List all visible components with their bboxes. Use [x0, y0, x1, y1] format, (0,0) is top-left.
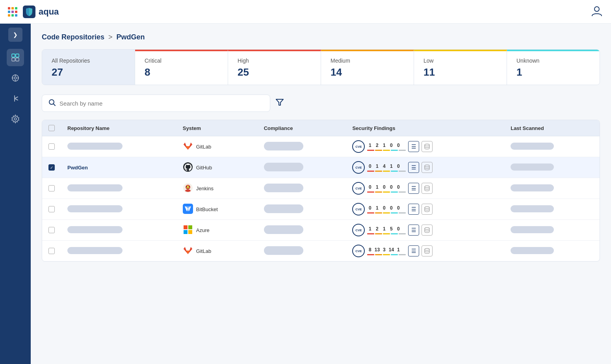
- stat-card-low-label: Low: [423, 58, 497, 64]
- row5-checkbox[interactable]: [48, 227, 55, 233]
- row2-system-cell: GitHub: [176, 157, 258, 178]
- row4-unknown-count: 0: [396, 205, 401, 211]
- svg-rect-3: [16, 54, 19, 57]
- user-avatar[interactable]: [591, 5, 603, 19]
- top-nav: aqua: [0, 0, 611, 24]
- row6-checkbox[interactable]: [48, 248, 55, 254]
- sidebar-item-policy[interactable]: [7, 90, 24, 107]
- stat-card-unknown-label: Unknown: [516, 58, 590, 64]
- svg-point-27: [425, 207, 429, 209]
- row2-high-count: 1: [374, 163, 380, 169]
- row2-system: GitHub: [183, 162, 251, 173]
- row3-bar-critical: [367, 191, 374, 193]
- row3-last-scanned-cell: [504, 178, 600, 199]
- row4-repo-name-placeholder: [67, 205, 123, 212]
- svg-rect-29: [188, 225, 192, 229]
- row3-db-icon[interactable]: [422, 183, 433, 194]
- stat-card-low[interactable]: Low 11: [414, 50, 507, 85]
- row2-repo-name-link[interactable]: PwdGen: [67, 165, 88, 171]
- row1-checkbox[interactable]: [48, 143, 55, 150]
- row6-low-count: 14: [388, 247, 394, 253]
- stat-card-all[interactable]: All Repositories 27: [42, 50, 135, 85]
- row2-security-findings: CVE 0 1 4 1 0: [352, 161, 498, 174]
- github-icon: [183, 162, 193, 173]
- repositories-table: Repository Name System Compliance Securi…: [42, 120, 600, 261]
- svg-point-7: [14, 77, 17, 79]
- row4-list-icon[interactable]: ☰: [408, 204, 419, 215]
- row1-list-icon[interactable]: ☰: [408, 141, 419, 152]
- row2-security-cell: CVE 0 1 4 1 0: [346, 157, 504, 178]
- bitbucket-icon: [183, 204, 193, 215]
- row4-compliance-pill: [264, 204, 303, 213]
- svg-rect-30: [184, 230, 188, 234]
- row3-compliance-pill: [264, 184, 303, 192]
- col-compliance: Compliance: [258, 120, 346, 136]
- filter-button[interactable]: [275, 97, 284, 109]
- row2-last-scanned-cell: [504, 157, 600, 178]
- row1-critical-count: 1: [367, 143, 373, 148]
- row4-db-icon[interactable]: [422, 204, 433, 215]
- row5-db-icon[interactable]: [422, 225, 433, 236]
- row4-bar-unknown: [399, 212, 406, 214]
- row1-system-cell: GitLab: [176, 136, 258, 157]
- row2-compliance-cell: [258, 157, 346, 178]
- row4-bar-medium: [383, 212, 390, 214]
- row4-last-scan-placeholder: [511, 205, 554, 212]
- row4-bar-high: [375, 212, 382, 214]
- row2-low-count: 1: [388, 163, 394, 169]
- row3-system-cell: Jenkins: [176, 178, 258, 199]
- row6-medium-count: 3: [381, 247, 387, 253]
- search-icon: [48, 99, 56, 108]
- row4-checkbox[interactable]: [48, 206, 55, 212]
- sidebar-item-settings[interactable]: [7, 110, 24, 128]
- svg-line-14: [54, 104, 55, 106]
- row1-repo-name-placeholder: [67, 143, 123, 150]
- row3-bar-high: [375, 191, 382, 193]
- grid-menu-icon[interactable]: [8, 7, 17, 17]
- sidebar-item-repos[interactable]: [7, 49, 24, 66]
- row1-last-scanned-cell: [504, 136, 600, 157]
- row1-bar-high: [375, 150, 382, 151]
- row6-list-icon[interactable]: ☰: [408, 245, 419, 256]
- row3-bar-low: [391, 191, 398, 193]
- table-row: GitLab CVE 1: [42, 136, 600, 157]
- stat-card-high[interactable]: High 25: [228, 50, 321, 85]
- row3-checkbox[interactable]: [48, 185, 55, 191]
- row1-db-icon[interactable]: [422, 141, 433, 152]
- sidebar-item-scan[interactable]: [7, 69, 24, 87]
- row5-repo-name-cell: [61, 220, 176, 241]
- row4-bar-low: [391, 212, 398, 214]
- stat-card-critical[interactable]: Critical 8: [135, 50, 228, 85]
- row3-critical-count: 0: [367, 184, 373, 190]
- row6-high-count: 13: [374, 247, 380, 253]
- row1-repo-name-cell: [61, 136, 176, 157]
- select-all-checkbox[interactable]: [48, 125, 55, 131]
- breadcrumb-parent[interactable]: Code Repositories: [42, 33, 104, 41]
- row3-unknown-count: 0: [396, 184, 401, 190]
- row5-list-icon[interactable]: ☰: [408, 225, 419, 236]
- row1-bar-critical: [367, 150, 374, 151]
- row6-checkbox-cell: [42, 241, 61, 262]
- stat-card-medium[interactable]: Medium 14: [321, 50, 414, 85]
- stat-card-critical-label: Critical: [145, 58, 218, 64]
- row4-sec-nums: 0 1 0 0 0: [367, 205, 406, 214]
- search-input[interactable]: [59, 100, 264, 107]
- stat-card-unknown[interactable]: Unknown 1: [507, 50, 600, 85]
- row6-db-icon[interactable]: [422, 245, 433, 256]
- row2-checkbox[interactable]: ✓: [48, 164, 55, 171]
- row2-sec-bars: [367, 171, 406, 172]
- row2-sec-nums: 0 1 4 1 0: [367, 163, 406, 172]
- row4-last-scanned-cell: [504, 199, 600, 220]
- row1-compliance-cell: [258, 136, 346, 157]
- svg-point-33: [425, 249, 429, 251]
- row3-compliance-cell: [258, 178, 346, 199]
- row5-cve-badge: CVE: [352, 224, 365, 236]
- sidebar-toggle[interactable]: ❯: [8, 28, 22, 42]
- row6-compliance-pill: [264, 246, 303, 255]
- row6-compliance-cell: [258, 241, 346, 262]
- row2-list-icon[interactable]: ☰: [408, 162, 419, 173]
- row3-security-findings: CVE 0 1 0 0 0: [352, 182, 498, 195]
- table-row: GitLab CVE 8: [42, 241, 600, 262]
- row3-list-icon[interactable]: ☰: [408, 183, 419, 194]
- row2-db-icon[interactable]: [422, 162, 433, 173]
